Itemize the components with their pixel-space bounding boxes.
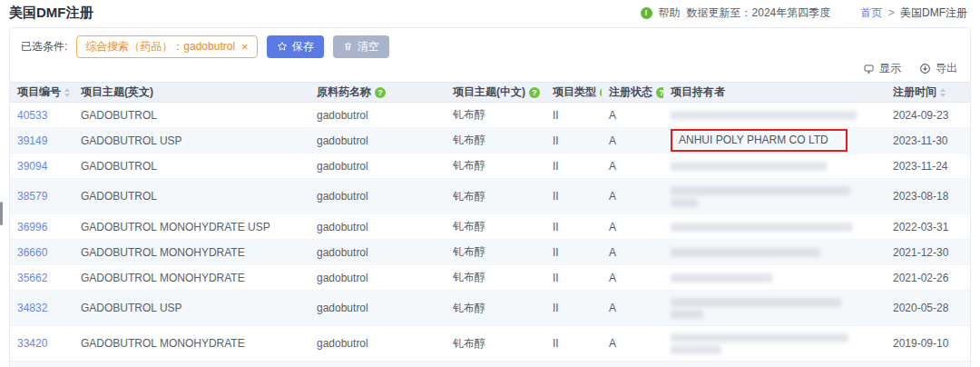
cell-type: II: [545, 362, 602, 367]
cell-reg-date: 2020-05-28: [886, 291, 970, 326]
cell-type: II: [545, 179, 602, 214]
cell-status: A: [602, 265, 663, 291]
column-label: 项目主题(英文): [81, 84, 153, 100]
cell-status: A: [602, 240, 663, 265]
cell-holder: [663, 103, 886, 128]
search-filter-tag[interactable]: 综合搜索（药品）：gadobutrol ×: [76, 35, 257, 58]
project-id-link[interactable]: 36996: [17, 221, 47, 233]
redacted-holder-text: [671, 298, 841, 307]
cell-status: A: [602, 179, 663, 214]
redacted-holder-text: [671, 162, 827, 171]
column-label: 注册时间: [893, 84, 936, 100]
cell-holder: [663, 326, 886, 362]
cell-api-name: gadobutrol: [309, 240, 446, 265]
table-row: 36660GADOBUTROL MONOHYDRATEgadobutrol钆布醇…: [10, 240, 970, 265]
export-button[interactable]: 导出: [919, 61, 957, 76]
cell-project-id: 39149: [10, 128, 74, 154]
cell-reg-date: 2023-08-18: [886, 179, 970, 214]
cell-reg-date: 2021-02-26: [886, 265, 970, 291]
column-label: 项目持有者: [671, 84, 725, 100]
column-label: 项目编号: [17, 84, 61, 100]
redacted-holder-text: [671, 111, 857, 120]
cell-type: II: [545, 291, 602, 326]
filter-tag-text: 综合搜索（药品）：gadobutrol: [85, 39, 235, 55]
clear-button[interactable]: 清空: [333, 35, 389, 58]
redacted-holder-text: [671, 248, 820, 257]
project-id-link[interactable]: 34832: [17, 302, 47, 314]
cell-subject-cn: 钆布醇: [446, 240, 545, 265]
sort-icon[interactable]: [64, 88, 70, 97]
column-header-project-id[interactable]: 项目编号: [10, 83, 74, 103]
project-id-link[interactable]: 39149: [17, 134, 47, 147]
cell-status: A: [602, 291, 663, 326]
table-row: 39094GADOBUTROLgadobutrol钆布醇IIA2023-11-2…: [10, 154, 970, 179]
column-header-reg-date[interactable]: 注册时间: [886, 83, 970, 103]
project-id-link[interactable]: 40533: [17, 109, 47, 122]
table-row: 33420GADOBUTROL MONOHYDRATEgadobutrol钆布醇…: [10, 326, 970, 362]
breadcrumb-home-link[interactable]: 首页: [860, 6, 882, 19]
cell-api-name: gadobutrol: [309, 103, 446, 128]
cell-subject-cn: 钆布醇: [446, 154, 545, 179]
help-question-icon[interactable]: ?: [656, 87, 663, 98]
cell-holder: [663, 154, 886, 179]
page-title: 美国DMF注册: [9, 5, 93, 22]
table-toolbar: 显示 导出: [10, 59, 970, 82]
breadcrumb-separator: >: [888, 6, 895, 19]
table-row: 34832GADOBUTROL USPgadobutrol钆布醇IIA2020-…: [10, 291, 970, 326]
cell-reg-date: 2023-11-24: [886, 154, 970, 179]
cell-subject-en: GADOBUTROL: [74, 103, 309, 128]
redacted-holder-text: [671, 333, 848, 342]
redacted-holder-text: [671, 273, 772, 283]
sort-icon[interactable]: [940, 88, 946, 97]
monitor-icon: [863, 64, 875, 74]
project-id-link[interactable]: 38579: [17, 190, 47, 203]
cell-type: II: [545, 240, 602, 265]
help-question-icon[interactable]: ?: [600, 87, 602, 98]
cell-subject-cn: 钆布醇: [446, 179, 545, 214]
display-columns-button[interactable]: 显示: [863, 61, 901, 76]
help-exclamation-icon: !: [641, 7, 652, 19]
column-header-status[interactable]: 注册状态 ?: [602, 83, 663, 103]
cell-reg-date: 2021-12-30: [886, 240, 970, 265]
column-header-subject-en: 项目主题(英文): [74, 83, 309, 103]
cell-api-name: gadobutrol: [309, 128, 446, 154]
cell-project-id: 35662: [10, 265, 74, 291]
column-header-type[interactable]: 项目类型 ?: [545, 83, 602, 103]
cell-status: A: [602, 154, 663, 179]
cell-api-name: gadobutrol: [309, 214, 446, 240]
breadcrumb: 首页 > 美国DMF注册: [860, 5, 967, 21]
table-row: 38579GADOBUTROLgadobutrol钆布醇IIA2023-08-1…: [10, 179, 970, 214]
cell-holder: [663, 362, 886, 367]
table-body: 40533GADOBUTROLgadobutrol钆布醇IIA2024-09-2…: [10, 103, 970, 367]
cell-holder: [663, 214, 886, 240]
help-link[interactable]: 帮助: [659, 5, 681, 21]
project-id-link[interactable]: 39094: [17, 160, 47, 173]
project-id-link[interactable]: 35662: [17, 272, 47, 284]
clear-button-label: 清空: [358, 39, 379, 55]
save-button[interactable]: 保存: [267, 35, 324, 58]
cell-project-id: 36996: [10, 214, 74, 240]
left-scrollbar-handle[interactable]: [0, 202, 3, 225]
trash-icon: [343, 41, 353, 52]
project-id-link[interactable]: 33420: [17, 337, 47, 350]
close-icon[interactable]: ×: [241, 41, 249, 53]
help-question-icon[interactable]: ?: [529, 87, 540, 98]
table-header-row: 项目编号 项目主题(英文) 原料药名称 ? 项目主题(中文) ? 项目类型 ? …: [10, 83, 970, 103]
cell-subject-cn: 钆布醇: [446, 291, 545, 326]
cell-holder: ANHUI POLY PHARM CO LTD: [663, 128, 886, 154]
table-row: 13061GADOBUTROLgadobutrol钆布醇IIA1998-07-0…: [10, 362, 970, 367]
help-question-icon[interactable]: ?: [375, 87, 386, 98]
project-id-link[interactable]: 36660: [17, 246, 47, 259]
cell-api-name: gadobutrol: [309, 179, 446, 214]
cell-subject-en: GADOBUTROL MONOHYDRATE: [74, 326, 309, 362]
redacted-holder-text: [671, 223, 852, 232]
cell-status: A: [602, 362, 663, 367]
data-update-text: 数据更新至：2024年第四季度: [687, 5, 831, 21]
selected-conditions-label: 已选条件:: [21, 39, 67, 55]
column-label: 原料药名称: [317, 84, 371, 100]
cell-type: II: [545, 326, 602, 362]
cell-api-name: gadobutrol: [309, 154, 446, 179]
cell-project-id: 33420: [10, 326, 74, 362]
cell-project-id: 36660: [10, 240, 74, 265]
cell-api-name: gadobutrol: [309, 326, 446, 362]
